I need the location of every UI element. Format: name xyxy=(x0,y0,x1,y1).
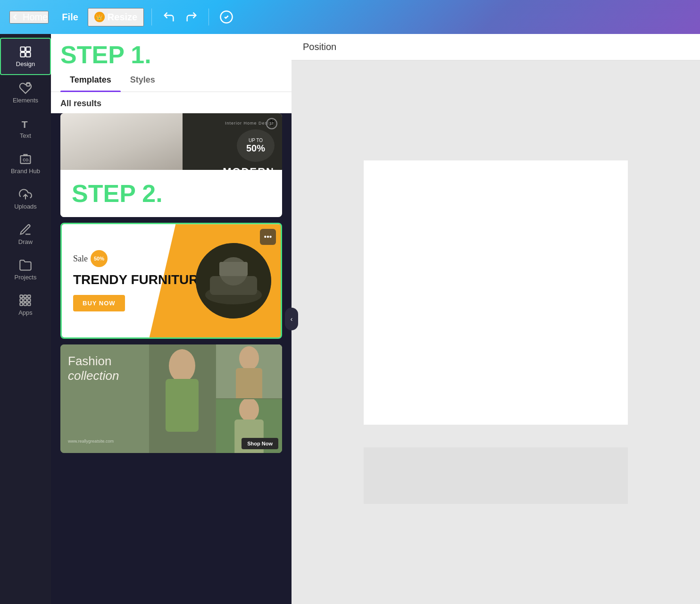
separator-1 xyxy=(151,8,152,25)
svg-rect-11 xyxy=(28,295,31,298)
apps-icon xyxy=(19,294,32,307)
svg-rect-22 xyxy=(219,262,248,276)
svg-rect-3 xyxy=(26,52,30,57)
fashion-left: Fashioncollection www.reallygreatsite.co… xyxy=(60,344,149,453)
svg-point-27 xyxy=(239,346,259,370)
all-results-label: All results xyxy=(51,92,292,113)
timer-icon: ⏱ xyxy=(266,118,277,129)
up-to-badge: UP TO 50% xyxy=(237,129,275,162)
file-button[interactable]: File xyxy=(56,9,83,25)
svg-rect-25 xyxy=(166,379,199,432)
svg-rect-4 xyxy=(26,83,30,86)
sidebar-item-text[interactable]: T Text xyxy=(0,110,51,146)
fashion-img-2 xyxy=(216,344,282,398)
text-label: Text xyxy=(20,132,31,139)
template-card-fashion[interactable]: Fashioncollection www.reallygreatsite.co… xyxy=(60,344,282,453)
shop-now-label: Shop Now xyxy=(242,438,278,449)
main-area: Design Elements T Text CO. Brand Hub xyxy=(0,34,700,604)
templates-list: ⏱ Interior Home Design UP TO 50% MODERN … xyxy=(51,113,292,604)
template-card-modern-decor[interactable]: ⏱ Interior Home Design UP TO 50% MODERN … xyxy=(60,113,282,217)
sidebar-item-projects[interactable]: Projects xyxy=(0,252,51,287)
design-label: Design xyxy=(16,60,35,67)
resize-label: Resize xyxy=(108,12,137,23)
buy-now-button[interactable]: BUY NOW xyxy=(73,295,125,311)
svg-rect-1 xyxy=(26,47,30,51)
collapse-panel-button[interactable]: ‹ xyxy=(285,308,298,330)
fashion-img-1 xyxy=(149,344,215,453)
sync-button[interactable] xyxy=(217,7,236,27)
furniture-svg xyxy=(196,243,271,319)
svg-rect-14 xyxy=(28,299,31,302)
step1-title: STEP 1. xyxy=(60,42,282,68)
brand-hub-label: Brand Hub xyxy=(11,168,40,175)
sidebar: Design Elements T Text CO. Brand Hub xyxy=(0,34,51,604)
step2-overlay: STEP 2. xyxy=(60,170,282,217)
home-back-button[interactable]: Home xyxy=(9,11,49,24)
svg-text:CO.: CO. xyxy=(23,158,30,162)
sale-pct: 50% xyxy=(91,250,108,267)
step2-title: STEP 2. xyxy=(72,179,163,208)
svg-rect-10 xyxy=(24,295,27,298)
tab-styles[interactable]: Styles xyxy=(121,68,165,92)
up-to-text: UP TO xyxy=(249,138,263,143)
uploads-icon xyxy=(19,188,32,201)
canvas-gap xyxy=(364,425,628,436)
svg-rect-2 xyxy=(21,52,25,57)
crown-icon: 👑 xyxy=(94,12,105,22)
projects-label: Projects xyxy=(15,274,37,281)
sidebar-item-elements[interactable]: Elements xyxy=(0,75,51,110)
tab-templates[interactable]: Templates xyxy=(60,68,121,92)
design-icon xyxy=(19,45,32,59)
fashion-person-svg xyxy=(149,344,215,453)
step-header: STEP 1. xyxy=(51,34,292,68)
more-options-button[interactable]: ••• xyxy=(260,229,276,245)
redo-button[interactable] xyxy=(182,8,201,26)
sale-text: Sale xyxy=(73,254,88,264)
undo-button[interactable] xyxy=(159,8,178,26)
canvas-page-main[interactable] xyxy=(364,160,628,425)
svg-point-24 xyxy=(169,349,195,382)
fashion-img-3: Shop Now xyxy=(216,399,282,453)
fashion-person2-svg xyxy=(216,344,282,398)
svg-rect-28 xyxy=(236,368,262,398)
svg-rect-15 xyxy=(20,303,23,306)
canvas-content xyxy=(292,60,700,604)
uploads-label: Uploads xyxy=(14,203,37,210)
properties-bar: Position xyxy=(292,34,700,60)
resize-button[interactable]: 👑 Resize xyxy=(88,8,144,26)
trendy-circle-image xyxy=(196,243,271,319)
svg-rect-0 xyxy=(21,47,25,51)
separator-2 xyxy=(208,8,209,25)
draw-icon xyxy=(19,223,32,236)
sidebar-item-design[interactable]: Design xyxy=(0,38,51,75)
svg-text:T: T xyxy=(22,119,28,130)
topbar: Home File 👑 Resize xyxy=(0,0,700,34)
panel-tabs: Templates Styles xyxy=(51,68,292,92)
elements-label: Elements xyxy=(13,97,38,104)
brand-hub-icon: CO. xyxy=(19,152,32,166)
fashion-url: www.reallygreatsite.com xyxy=(68,439,142,444)
template-card-trendy-furniture[interactable]: Sale 50% TRENDY FURNITURE BUY NOW xyxy=(60,223,282,339)
canvas-pages xyxy=(364,160,628,504)
sidebar-item-brand-hub[interactable]: CO. Brand Hub xyxy=(0,146,51,181)
svg-rect-13 xyxy=(24,299,27,302)
draw-label: Draw xyxy=(18,238,33,245)
position-label: Position xyxy=(303,42,336,52)
sidebar-item-uploads[interactable]: Uploads xyxy=(0,181,51,217)
apps-label: Apps xyxy=(18,309,33,316)
fashion-card-content: Fashioncollection www.reallygreatsite.co… xyxy=(60,344,282,453)
svg-rect-17 xyxy=(28,303,31,306)
up-to-pct: 50% xyxy=(246,143,265,154)
templates-panel: STEP 1. Templates Styles All results xyxy=(51,34,292,604)
home-label: Home xyxy=(23,12,48,23)
svg-rect-9 xyxy=(20,295,23,298)
projects-icon xyxy=(19,259,32,272)
trendy-card-content: Sale 50% TRENDY FURNITURE BUY NOW xyxy=(62,224,281,337)
canvas-page-bottom[interactable] xyxy=(364,447,628,504)
svg-rect-12 xyxy=(20,299,23,302)
elements-icon xyxy=(19,82,32,95)
sidebar-item-apps[interactable]: Apps xyxy=(0,287,51,323)
sidebar-item-draw[interactable]: Draw xyxy=(0,217,51,252)
canvas-area: Position ‹ xyxy=(292,34,700,604)
text-icon: T xyxy=(19,117,32,130)
